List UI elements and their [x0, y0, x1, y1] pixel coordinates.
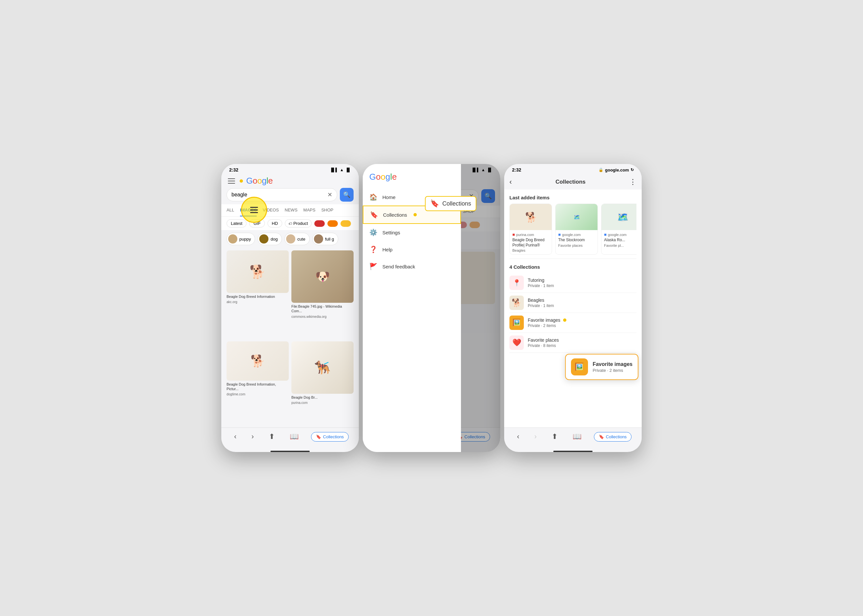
- battery-icon: ▐▌: [346, 168, 351, 172]
- collection-meta-fav-places: Private · 8 items: [528, 343, 637, 348]
- filter-latest[interactable]: Latest: [226, 219, 247, 228]
- related-dog[interactable]: dog: [258, 233, 282, 245]
- color-filter-yellow[interactable]: [341, 220, 351, 227]
- hamburger-icon-large: [250, 207, 258, 213]
- settings-drawer-icon: ⚙️: [369, 228, 377, 236]
- feedback-drawer-icon: 🚩: [369, 262, 377, 270]
- drawer-feedback-label: Send feedback: [382, 264, 415, 269]
- filter-product[interactable]: 🏷 Product: [285, 219, 312, 228]
- card-source-purina: ■ purina.com: [512, 232, 549, 237]
- card-collection-purina: Beagles: [512, 248, 549, 252]
- image-source-4: purina.com: [291, 401, 354, 405]
- card-stockroom[interactable]: 🗺️ ■ google.com The Stockroom Favorite p…: [555, 204, 598, 255]
- bookmarks-3[interactable]: 📖: [570, 431, 584, 442]
- related-cute[interactable]: cute: [285, 233, 310, 245]
- image-item-3[interactable]: 🐕 Beagle Dog Breed Information, Pictur..…: [226, 341, 289, 425]
- search-box[interactable]: beagle ✕: [226, 188, 337, 201]
- image-item-4[interactable]: 🐕‍🦺 Beagle Dog Br... purina.com: [291, 341, 354, 425]
- collections-drawer-icon: 🔖: [370, 211, 378, 218]
- tag-icon: 🏷: [288, 222, 292, 226]
- collection-info-beagles: Beagles Private · 1 item: [528, 297, 637, 308]
- image-item-2[interactable]: 🐶 File:Beagle 745.jpg - Wikimedia Com...…: [291, 250, 354, 339]
- beagles-icon: 🐕: [512, 298, 522, 307]
- collections-button-3[interactable]: 🔖 Collections: [594, 432, 632, 442]
- related-full[interactable]: full g: [312, 233, 338, 245]
- fav-images-icon: 🖼️: [512, 319, 521, 327]
- collection-name-beagles: Beagles: [528, 297, 637, 303]
- collection-meta-beagles: Private · 1 item: [528, 303, 637, 308]
- search-query: beagle: [231, 192, 247, 198]
- menu-icon[interactable]: [226, 177, 236, 185]
- screen3: 2:32 🔒 google.com ↻ ‹ Collections ⋮ Last…: [504, 164, 642, 452]
- tab-all[interactable]: ALL: [226, 204, 234, 216]
- collection-thumb-fav-places: ❤️: [509, 335, 524, 350]
- collection-meta-tutoring: Private · 1 item: [528, 283, 637, 288]
- screen2: 2:32 ▐▌▌ ▲ ▐▌ Google beagle ✕ 🔍 ALL IMAG…: [363, 164, 500, 452]
- collection-tutoring[interactable]: 📍 Tutoring Private · 1 item: [509, 273, 637, 293]
- color-filter-red[interactable]: [314, 220, 325, 227]
- drawer-item-help[interactable]: ❓ Help: [363, 241, 461, 258]
- drawer-item-feedback[interactable]: 🚩 Send feedback: [363, 258, 461, 275]
- beagle-image-4: 🐕‍🦺: [291, 341, 354, 394]
- map-image: 🗺️: [556, 204, 598, 230]
- google-dot-logo: [240, 178, 243, 184]
- signal-icon: ▐▌▌: [330, 168, 338, 172]
- more-options-button[interactable]: ⋮: [629, 178, 637, 186]
- card-collection-alaska: Favorite pl...: [604, 244, 637, 247]
- collections-section: 4 Collections 📍 Tutoring Private · 1 ite…: [509, 260, 637, 357]
- collections-icon-3: 🔖: [599, 434, 604, 439]
- image-caption-2: File:Beagle 745.jpg - Wikimedia Com...: [291, 303, 354, 314]
- drawer-item-settings[interactable]: ⚙️ Settings: [363, 224, 461, 241]
- tutoring-icon: 📍: [513, 279, 521, 287]
- card-image-alaska: 🗺️: [601, 204, 637, 230]
- forward-nav-icon[interactable]: ›: [249, 431, 256, 442]
- back-nav-3[interactable]: ‹: [514, 431, 522, 442]
- filter-hd[interactable]: HD: [267, 219, 282, 228]
- share-icon[interactable]: ⬆: [266, 431, 277, 442]
- tab-shop[interactable]: SHOP: [321, 204, 333, 216]
- search-icon: 🔍: [343, 191, 350, 198]
- lock-icon: 🔒: [599, 168, 604, 172]
- status-icons-3: 🔒 google.com ↻: [599, 168, 634, 173]
- collection-name-fav-places: Favorite places: [528, 338, 637, 343]
- card-title-purina: Beagle Dog Breed Profile| Purina®: [512, 237, 549, 248]
- collections-header-callout: 🔖 Collections: [425, 196, 476, 211]
- image-grid: 🐕 Beagle Dog Breed Information akc.org 🐶…: [221, 248, 359, 427]
- tab-maps[interactable]: MAPS: [303, 204, 316, 216]
- card-alaska[interactable]: 🗺️ ■ google.com Alaska Ro... Favorite pl…: [601, 204, 637, 255]
- google-logo: Google: [246, 176, 273, 186]
- drawer-settings-label: Settings: [382, 230, 400, 235]
- collection-favorite-images[interactable]: 🖼️ Favorite images Private · 2 items: [509, 313, 637, 333]
- image-caption-3: Beagle Dog Breed Information, Pictur...: [226, 381, 289, 392]
- related-puppy[interactable]: puppy: [226, 233, 255, 245]
- collections-btn-icon: 🔖: [316, 434, 321, 439]
- back-nav-icon[interactable]: ‹: [231, 431, 239, 442]
- card-title-stockroom: The Stockroom: [558, 237, 595, 243]
- clear-icon[interactable]: ✕: [327, 191, 332, 198]
- image-caption-1: Beagle Dog Breed Information: [226, 294, 289, 300]
- url-display: google.com: [605, 168, 629, 173]
- wifi-icon: ▲: [340, 168, 344, 172]
- share-3[interactable]: ⬆: [549, 431, 560, 442]
- card-info-alaska: ■ google.com Alaska Ro... Favorite pl...: [601, 230, 637, 250]
- back-button[interactable]: ‹: [509, 178, 512, 186]
- card-image-purina: 🐕: [510, 204, 552, 230]
- forward-nav-3: ›: [532, 431, 539, 442]
- search-button[interactable]: 🔍: [340, 188, 354, 202]
- tab-news[interactable]: NEWS: [285, 204, 298, 216]
- bookmarks-icon[interactable]: 📖: [287, 431, 301, 442]
- screen1: 2:32 ▐▌▌ ▲ ▐▌ Google beagle: [221, 164, 359, 452]
- card-source-alaska: ■ google.com: [604, 232, 637, 237]
- collection-info-fav-places: Favorite places Private · 8 items: [528, 338, 637, 348]
- drawer-help-label: Help: [382, 247, 393, 252]
- color-filter-orange[interactable]: [327, 220, 338, 227]
- help-drawer-icon: ❓: [369, 245, 377, 253]
- beagle-image-1: 🐕: [226, 250, 289, 293]
- collection-favorite-places[interactable]: ❤️ Favorite places Private · 8 items: [509, 333, 637, 353]
- drawer-overlay: Google 🏠 Home 🔖 Collections ⚙️ Settings: [363, 164, 500, 452]
- collection-thumb-beagles: 🐕: [509, 295, 524, 310]
- collection-beagles[interactable]: 🐕 Beagles Private · 1 item: [509, 293, 637, 313]
- collections-button-1[interactable]: 🔖 Collections: [311, 432, 349, 442]
- card-purina[interactable]: 🐕 ■ purina.com Beagle Dog Breed Profile|…: [509, 204, 552, 255]
- image-item-1[interactable]: 🐕 Beagle Dog Breed Information akc.org: [226, 250, 289, 339]
